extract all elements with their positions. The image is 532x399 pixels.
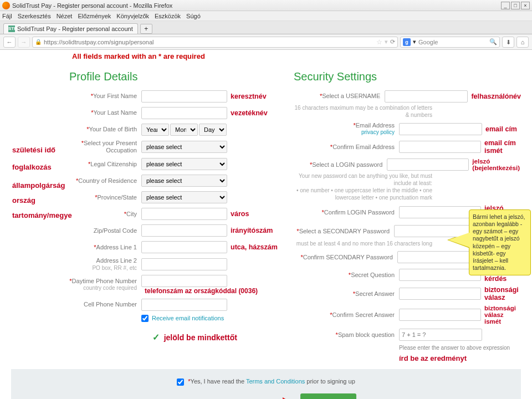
- check-icon: ✓: [152, 332, 160, 342]
- lbl-email-sub[interactable]: privacy policy: [294, 129, 395, 136]
- ann-addr1: utca, házszám: [231, 243, 278, 251]
- back-button[interactable]: ←: [3, 37, 16, 48]
- ann-sa2: biztonsági válasz ismét: [484, 305, 521, 325]
- section-security: Security Settings: [294, 70, 521, 83]
- firefox-icon: [2, 2, 10, 9]
- ann-last-name: vezetéknév: [231, 109, 268, 117]
- menu-file[interactable]: Fájl: [2, 13, 12, 19]
- menu-view[interactable]: Nézet: [57, 13, 73, 19]
- home-button[interactable]: ⌂: [516, 37, 529, 48]
- section-profile: Profile Details: [69, 70, 288, 83]
- email2-input[interactable]: [399, 141, 481, 153]
- ann-pass: jelszó (bejelentkezési): [472, 158, 521, 171]
- lbl-phone2: Cell Phone Number: [84, 301, 137, 308]
- addr2-input[interactable]: [141, 258, 227, 270]
- forward-button[interactable]: →: [18, 37, 30, 48]
- lbl-username: Select a USERNAME: [322, 93, 380, 99]
- ann-spam: írd be az eredményt: [399, 354, 521, 362]
- citizen-select[interactable]: please select: [141, 158, 227, 170]
- lbl-dob: Your Date of Birth: [89, 126, 137, 132]
- url-bar[interactable]: 🔒 https://solidtrustpay.com/signup/perso…: [32, 37, 398, 48]
- first-name-input[interactable]: [141, 90, 227, 103]
- occupation-select[interactable]: please select: [141, 141, 227, 153]
- dob-day-select[interactable]: Day: [199, 124, 227, 136]
- lbl-occupation: Select your Present Occupation: [84, 140, 137, 154]
- navbar: ← → 🔒 https://solidtrustpay.com/signup/p…: [0, 34, 532, 50]
- phone2-input[interactable]: [141, 299, 227, 311]
- ann-city: város: [231, 210, 249, 218]
- lbl-phone1-sub: country code required: [69, 285, 137, 291]
- sa-input[interactable]: [399, 288, 481, 300]
- menubar: Fájl Szerkesztés Nézet Előzmények Könyvj…: [0, 11, 532, 21]
- ann-phone1: telefonszám az országkóddal (0036): [145, 287, 258, 295]
- terms-pre: Yes, I have read the: [191, 378, 246, 385]
- lbl-pass: Select a LOGIN password: [312, 161, 382, 168]
- lbl-zip: Zip/Postal Code: [94, 227, 137, 234]
- pass-help: Your new password can be anything you li…: [294, 172, 432, 201]
- dob-year-select[interactable]: Year: [141, 124, 169, 136]
- addr1-input[interactable]: [141, 241, 227, 253]
- browser-tab[interactable]: STP SolidTrust Pay - Register personal a…: [3, 23, 138, 34]
- lbl-sa: Secret Answer: [355, 290, 395, 297]
- ann-check-both: jelöld be mindkettőt: [164, 333, 237, 342]
- password-callout: Bármi lehet a jelszó, azonban legalább -…: [469, 209, 531, 275]
- terms-row: *Yes, I have read the Terms and Conditio…: [22, 378, 510, 386]
- phone1-input[interactable]: [141, 275, 227, 287]
- reload-icon[interactable]: ⟳: [390, 38, 395, 45]
- dob-month-select[interactable]: Month: [170, 124, 198, 136]
- ann-email2: email cím ismét: [484, 139, 521, 155]
- ann-zip: irányítószám: [231, 227, 273, 234]
- menu-tools[interactable]: Eszközök: [155, 13, 181, 19]
- spass2-input[interactable]: [397, 251, 479, 263]
- url-text: https://solidtrustpay.com/signup/persona…: [44, 39, 154, 45]
- menu-edit[interactable]: Szerkesztés: [18, 13, 51, 19]
- city-input[interactable]: [141, 208, 227, 220]
- ann-citizen: állampolgárság: [12, 182, 72, 189]
- tab-favicon: STP: [8, 25, 15, 32]
- lbl-spass2: Confirm SECONDARY Password: [303, 254, 393, 260]
- close-button[interactable]: ×: [521, 2, 530, 9]
- lbl-email: Email Address: [356, 122, 395, 129]
- terms-checkbox[interactable]: [177, 378, 184, 386]
- lbl-province: Province/State: [97, 194, 137, 201]
- lbl-addr1: Address Line 1: [96, 244, 137, 250]
- ann-country: ország: [12, 197, 72, 204]
- menu-help[interactable]: Súgó: [186, 13, 201, 19]
- menu-history[interactable]: Előzmények: [78, 13, 111, 19]
- country-select[interactable]: please select: [141, 175, 227, 187]
- new-tab-button[interactable]: +: [140, 24, 152, 34]
- menu-bookmarks[interactable]: Könyvjelzők: [116, 13, 149, 19]
- pass-input[interactable]: [387, 158, 469, 171]
- ann-province: tartomány/megye: [12, 212, 72, 219]
- username-input[interactable]: [385, 90, 468, 103]
- bookmark-star-icon[interactable]: ☆: [376, 38, 382, 46]
- email-notify-label: Receive email notifications: [152, 315, 224, 321]
- signup-button[interactable]: SIGNUP >>: [300, 393, 356, 399]
- spass-help: must be at least 4 and no more than 16 c…: [294, 240, 432, 247]
- ann-email: email cím: [485, 125, 517, 133]
- lbl-sq: Secret Question: [351, 272, 395, 278]
- search-box[interactable]: g ▾ Google 🔍: [400, 37, 500, 48]
- downloads-button[interactable]: ⬇: [502, 37, 514, 48]
- sa2-input[interactable]: [399, 309, 481, 321]
- lbl-first-name: Your First Name: [93, 93, 137, 99]
- ann-sa: biztonsági válasz: [484, 286, 521, 301]
- search-icon[interactable]: 🔍: [489, 38, 497, 45]
- tab-title: SolidTrust Pay - Register personal accou…: [17, 25, 133, 32]
- lbl-email2: Confirm Email Address: [332, 144, 395, 150]
- minimize-button[interactable]: _: [501, 2, 510, 9]
- email-notify-checkbox[interactable]: [141, 315, 149, 322]
- ann-dob: születési idő: [12, 146, 72, 154]
- email-input[interactable]: [399, 123, 482, 135]
- username-help: 16 characters maximum may be a combinati…: [294, 104, 432, 119]
- province-select[interactable]: please select: [141, 191, 227, 203]
- spam-input[interactable]: [399, 329, 482, 341]
- lbl-addr2-sub: PO box, RR #, etc: [69, 265, 137, 272]
- last-name-input[interactable]: [141, 107, 227, 119]
- maximize-button[interactable]: □: [511, 2, 520, 9]
- zip-input[interactable]: [141, 224, 227, 237]
- window-title: SolidTrust Pay - Register personal accou…: [12, 2, 172, 9]
- ann-occupation: foglalkozás: [12, 163, 72, 171]
- ann-first-name: keresztnév: [231, 93, 267, 100]
- terms-link[interactable]: Terms and Conditions: [246, 378, 305, 385]
